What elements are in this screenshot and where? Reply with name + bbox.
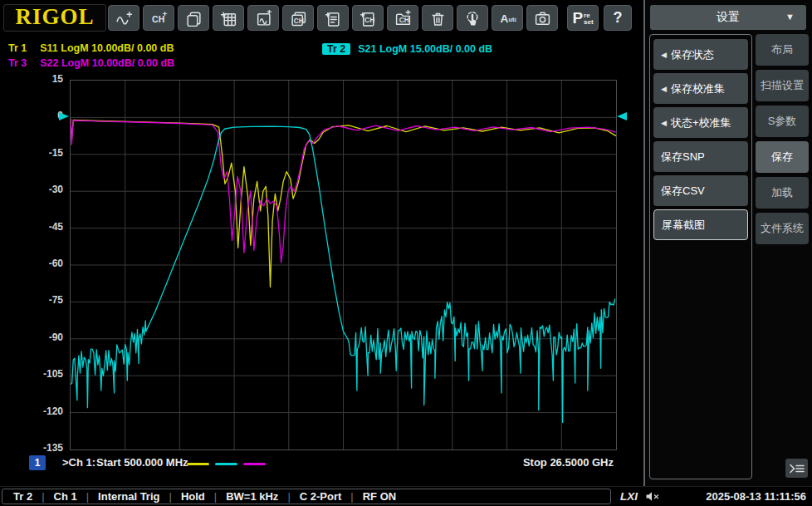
svg-text:CH: CH — [399, 16, 408, 24]
submenu-state-cal-set[interactable]: ◀状态+校准集 — [653, 107, 748, 138]
tab-sweep-setup[interactable]: 扫描设置 — [756, 70, 809, 101]
status-items: Tr 2|Ch 1|Internal Trig|Hold|BW=1 kHz|C … — [2, 489, 611, 504]
new-channel-button[interactable]: CH+ — [143, 5, 174, 31]
tab-save[interactable]: 保存 — [756, 141, 809, 173]
preset-button[interactable]: P reset — [567, 5, 599, 31]
legend-tr1[interactable]: Tr 1S11 LogM 10.00dB/ 0.00 dB — [8, 42, 174, 54]
status-item[interactable]: BW=1 kHz — [226, 490, 278, 503]
y-tick-label: -135 — [0, 442, 63, 454]
channel-window-button[interactable]: CH — [282, 5, 314, 31]
auto-button[interactable]: Auto — [492, 5, 523, 31]
delete-icon — [429, 10, 447, 27]
new-table-icon — [220, 10, 237, 27]
svg-text:uto: uto — [508, 16, 516, 23]
svg-text:A: A — [500, 12, 508, 25]
status-item[interactable]: C 2-Port — [300, 490, 342, 503]
new-channel-icon: CH+ — [150, 10, 168, 27]
y-tick-label: -75 — [0, 294, 63, 306]
trace-s21 — [71, 126, 615, 422]
trace1-color-swatch — [187, 463, 209, 465]
ref-level-marker-right-icon — [617, 112, 627, 120]
touch-button[interactable] — [457, 5, 488, 31]
new-table-button[interactable] — [213, 5, 244, 31]
y-tick-label: -90 — [0, 332, 63, 343]
status-separator: | — [42, 490, 44, 503]
y-tick-label: -30 — [0, 184, 63, 195]
trace-window-button[interactable] — [247, 5, 279, 31]
active-trace-badge: Tr 2 — [322, 43, 350, 55]
y-tick-label: -105 — [0, 368, 63, 380]
sidebar-menu-title: 设置 — [717, 10, 740, 25]
trace2-color-swatch — [215, 463, 237, 465]
file-task-button[interactable] — [317, 5, 349, 31]
channel-label: >Ch 1: — [62, 456, 95, 469]
chart-svg — [71, 81, 616, 450]
y-tick-label: -45 — [0, 221, 63, 233]
channel-window-icon: CH — [290, 10, 307, 27]
status-item[interactable]: Tr 2 — [13, 490, 32, 503]
status-item[interactable]: Internal Trig — [98, 490, 159, 503]
legend-tr2[interactable]: Tr 2S21 LogM 15.00dB/ 0.00 dB — [322, 43, 492, 55]
tab-load[interactable]: 加载 — [756, 177, 809, 209]
preset-label-big: P — [572, 9, 583, 27]
y-tick-label: -120 — [0, 405, 63, 417]
sidebar: 设置 ▼ ◀保存状态◀保存校准集◀状态+校准集保存SNP保存CSV屏幕截图 布局… — [643, 0, 812, 486]
folder-channel-button[interactable]: CH — [387, 5, 418, 31]
status-item[interactable]: Ch 1 — [54, 490, 77, 503]
status-bar: Tr 2|Ch 1|Internal Trig|Hold|BW=1 kHz|C … — [0, 486, 812, 506]
y-tick-label: 15 — [0, 73, 63, 85]
status-item[interactable]: Hold — [181, 490, 205, 503]
help-button[interactable]: ? — [604, 5, 632, 31]
command-prompt-button[interactable] — [785, 459, 808, 478]
status-item[interactable]: RF ON — [363, 490, 396, 503]
new-trace-icon — [115, 10, 133, 27]
datetime: 2025-08-13 11:11:56 — [706, 490, 806, 503]
legend-tr3[interactable]: Tr 3S22 LogM 10.00dB/ 0.00 dB — [8, 57, 174, 69]
new-trace-button[interactable] — [108, 5, 139, 31]
status-separator: | — [169, 490, 171, 503]
chart-area[interactable] — [70, 80, 617, 450]
submenu-save-csv[interactable]: 保存CSV — [653, 175, 748, 206]
submenu-save-cal-set[interactable]: ◀保存校准集 — [653, 73, 748, 104]
chevron-down-icon: ▼ — [785, 12, 795, 22]
submenu-save-state[interactable]: ◀保存状态 — [653, 39, 748, 70]
trace3-color-swatch — [243, 463, 266, 465]
submenu-save-snp[interactable]: 保存SNP — [653, 141, 748, 172]
submenu-expand-icon: ◀ — [661, 119, 667, 127]
speaker-muted-icon[interactable] — [645, 490, 660, 506]
sidebar-tabs: 布局扫描设置S参数保存加载文件系统 — [756, 34, 809, 248]
submenu-screenshot[interactable]: 屏幕截图 — [653, 209, 748, 240]
sidebar-menu-header[interactable]: 设置 ▼ — [650, 5, 806, 30]
auto-icon: Auto — [499, 10, 516, 27]
brand-logo: RIGOL — [3, 4, 106, 32]
sidebar-submenu: ◀保存状态◀保存校准集◀状态+校准集保存SNP保存CSV屏幕截图 — [649, 34, 752, 479]
toolbar-buttons: CH+CHCHCHAuto — [108, 5, 558, 31]
duplicate-window-icon — [185, 10, 203, 27]
delete-button[interactable] — [422, 5, 453, 31]
folder-channel-icon: CH — [394, 10, 412, 27]
y-tick-label: 0 — [0, 110, 63, 121]
submenu-expand-icon: ◀ — [661, 51, 667, 59]
duplicate-window-button[interactable] — [178, 5, 209, 31]
toolbar: RIGOL CH+CHCHCHAuto P reset ? — [0, 0, 643, 35]
tab-layout[interactable]: 布局 — [756, 34, 809, 66]
chart-footer: 1 >Ch 1: Start 500.000 MHz Stop 26.5000 … — [0, 454, 615, 474]
prompt-menu-icon — [789, 462, 805, 475]
y-tick-label: -60 — [0, 258, 63, 269]
status-separator: | — [350, 490, 353, 503]
file-channel-icon: CH — [360, 10, 377, 27]
screenshot-icon — [534, 10, 551, 27]
vna-screen: RIGOL CH+CHCHCHAuto P reset ? Tr 1S11 Lo… — [0, 0, 812, 506]
touch-icon — [464, 10, 482, 27]
start-frequency[interactable]: Start 500.000 MHz — [96, 456, 188, 469]
preset-label-small: reset — [584, 12, 594, 26]
tab-s-params[interactable]: S参数 — [756, 106, 809, 137]
svg-text:CH: CH — [293, 17, 303, 25]
channel-badge[interactable]: 1 — [29, 455, 46, 470]
tab-file-system[interactable]: 文件系统 — [756, 213, 809, 244]
status-separator: | — [287, 490, 290, 503]
screenshot-button[interactable] — [526, 5, 558, 31]
stop-frequency[interactable]: Stop 26.5000 GHz — [523, 456, 614, 469]
y-tick-label: -15 — [0, 147, 63, 159]
file-channel-button[interactable]: CH — [352, 5, 384, 31]
